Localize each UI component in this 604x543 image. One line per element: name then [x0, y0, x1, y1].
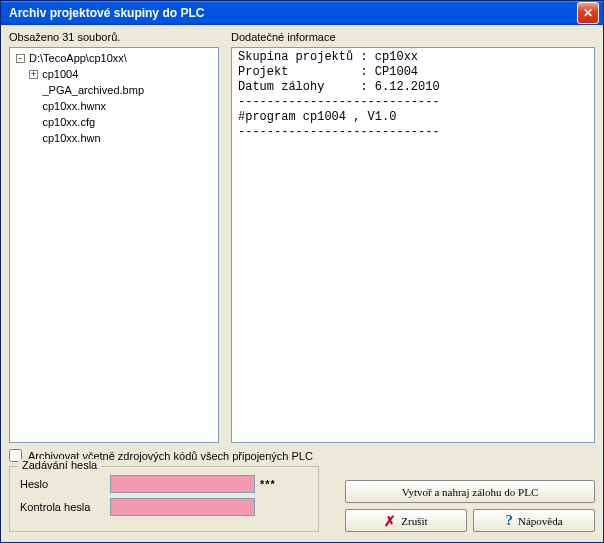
- tree-root[interactable]: - D:\TecoApp\cp10xx\: [14, 50, 218, 66]
- info-line: Skupina projektů : cp10xx: [238, 50, 418, 64]
- info-header: Dodatečné informace: [231, 31, 595, 43]
- password-confirm-row: Kontrola hesla: [20, 498, 308, 516]
- file-tree-panel[interactable]: - D:\TecoApp\cp10xx\ + cp1004 _PGA_archi…: [9, 47, 219, 443]
- cancel-label: Zrušit: [401, 515, 427, 527]
- password-confirm-input[interactable]: [110, 498, 255, 516]
- tree-leaf-label: cp10xx.hwnx: [41, 100, 107, 112]
- cancel-button[interactable]: ✗ Zrušit: [345, 509, 467, 532]
- info-line: #program cp1004 , V1.0: [238, 110, 396, 124]
- cancel-icon: ✗: [384, 513, 396, 529]
- tree-leaf-label: cp10xx.cfg: [41, 116, 96, 128]
- top-area: Obsaženo 31 souborů. - D:\TecoApp\cp10xx…: [9, 31, 595, 443]
- help-label: Nápověda: [518, 515, 563, 527]
- info-column: Dodatečné informace Skupina projektů : c…: [231, 31, 595, 443]
- tree-leaf[interactable]: cp10xx.hwnx: [14, 98, 218, 114]
- password-confirm-label: Kontrola hesla: [20, 501, 110, 513]
- collapse-icon[interactable]: -: [16, 54, 25, 63]
- password-label: Heslo: [20, 478, 110, 490]
- dialog-window: Archiv projektové skupiny do PLC ✕ Obsaž…: [0, 0, 604, 543]
- info-line: Datum zálohy : 6.12.2010: [238, 80, 440, 94]
- button-column: Vytvoř a nahraj zálohu do PLC ✗ Zrušit ?…: [319, 462, 595, 532]
- info-line: Projekt : CP1004: [238, 65, 418, 79]
- files-header: Obsaženo 31 souborů.: [9, 31, 219, 43]
- tree-leaf[interactable]: _PGA_archived.bmp: [14, 82, 218, 98]
- close-button[interactable]: ✕: [577, 2, 599, 24]
- info-line: ----------------------------: [238, 95, 440, 109]
- file-tree: - D:\TecoApp\cp10xx\ + cp1004 _PGA_archi…: [10, 48, 218, 148]
- tree-root-label: D:\TecoApp\cp10xx\: [27, 52, 127, 64]
- bottom-area: Zadávání hesla Heslo *** Kontrola hesla …: [9, 462, 595, 532]
- close-icon: ✕: [583, 6, 593, 20]
- tree-node-label: cp1004: [40, 68, 78, 80]
- password-stars: ***: [255, 478, 276, 490]
- client-area: Obsaženo 31 souborů. - D:\TecoApp\cp10xx…: [1, 25, 603, 542]
- info-panel: Skupina projektů : cp10xx Projekt : CP10…: [231, 47, 595, 443]
- tree-leaf[interactable]: cp10xx.cfg: [14, 114, 218, 130]
- info-line: ----------------------------: [238, 125, 440, 139]
- button-row: ✗ Zrušit ? Nápověda: [345, 509, 595, 532]
- tree-leaf-label: cp10xx.hwn: [41, 132, 101, 144]
- password-group-title: Zadávání hesla: [18, 459, 101, 471]
- expand-icon[interactable]: +: [29, 70, 38, 79]
- password-input[interactable]: [110, 475, 255, 493]
- create-upload-button[interactable]: Vytvoř a nahraj zálohu do PLC: [345, 480, 595, 503]
- help-icon: ?: [505, 512, 513, 529]
- files-column: Obsaženo 31 souborů. - D:\TecoApp\cp10xx…: [9, 31, 219, 443]
- tree-leaf[interactable]: cp10xx.hwn: [14, 130, 218, 146]
- password-row: Heslo ***: [20, 475, 308, 493]
- tree-node[interactable]: + cp1004: [14, 66, 218, 82]
- tree-leaf-label: _PGA_archived.bmp: [41, 84, 145, 96]
- create-upload-label: Vytvoř a nahraj zálohu do PLC: [402, 486, 539, 498]
- help-button[interactable]: ? Nápověda: [473, 509, 595, 532]
- window-title: Archiv projektové skupiny do PLC: [5, 6, 577, 20]
- titlebar: Archiv projektové skupiny do PLC ✕: [1, 1, 603, 25]
- password-group: Zadávání hesla Heslo *** Kontrola hesla: [9, 466, 319, 532]
